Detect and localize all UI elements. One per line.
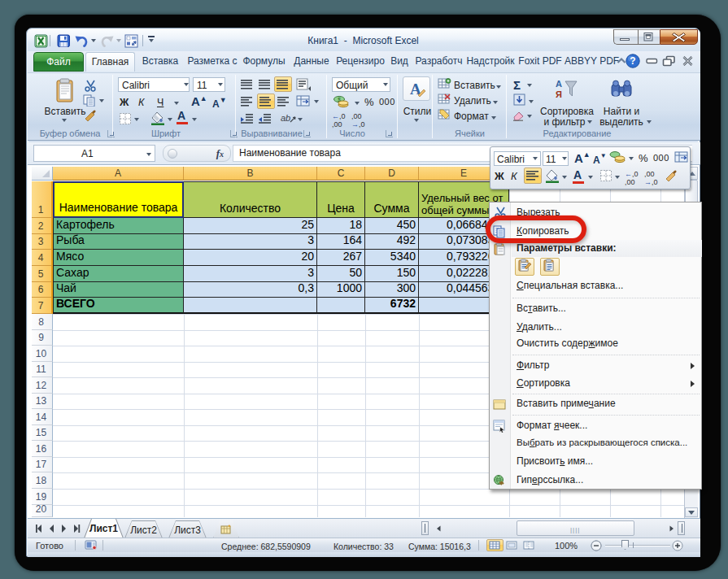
svg-text:ab: ab (281, 113, 290, 123)
svg-text:А: А (556, 79, 562, 89)
svg-text:Я: Я (556, 89, 562, 99)
svg-text:?: ? (630, 55, 635, 67)
